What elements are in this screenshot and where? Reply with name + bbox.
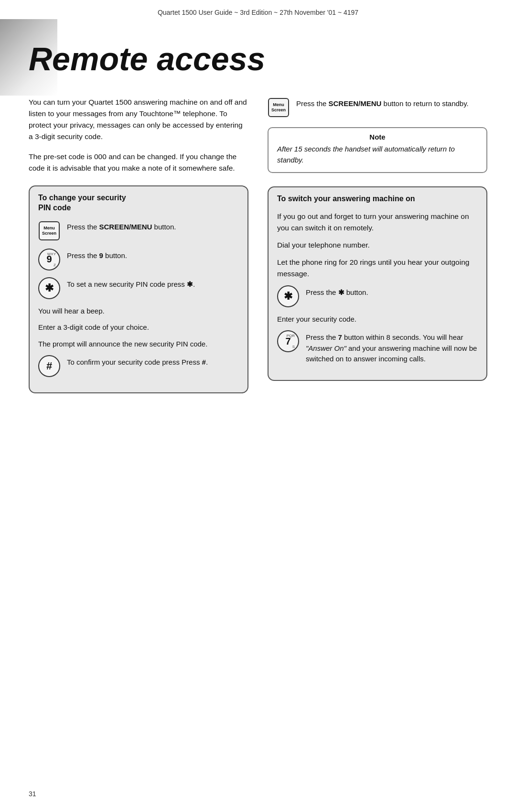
- screen-menu-button: Menu Screen: [39, 221, 60, 240]
- answering-machine-section: To switch your answering machine on If y…: [268, 186, 487, 381]
- right-step-1: ✱ Press the ✱ button.: [277, 285, 478, 307]
- left-step-7-text: To confirm your security code press Pres…: [67, 355, 208, 368]
- left-step-3: ✱ To set a new security PIN code press ✱…: [38, 277, 239, 299]
- screen-menu-icon-left: Menu Screen: [38, 220, 60, 242]
- left-step-5: Enter a 3-digit code of your choice.: [38, 322, 239, 333]
- right-screen-menu-text: Press the SCREEN/MENU button to return t…: [296, 97, 469, 109]
- left-step-1-text: Press the SCREEN/MENU button.: [67, 220, 176, 233]
- right-step-1-text: Press the ✱ button.: [306, 285, 368, 298]
- nine-button: WXY 9 Z: [38, 249, 60, 271]
- seven-button: PQR 7 S: [277, 330, 299, 352]
- seven-button-icon: PQR 7 S: [277, 330, 299, 352]
- screen-menu-button-right: Menu Screen: [268, 98, 289, 117]
- right-step-3: PQR 7 S Press the 7 button within 8 seco…: [277, 330, 478, 365]
- page-header: Quartet 1500 User Guide ~ 3rd Edition ~ …: [0, 0, 516, 21]
- intro-paragraph-1: You can turn your Quartet 1500 answering…: [29, 97, 248, 142]
- page-title: Remote access: [29, 40, 487, 77]
- page-number: 31: [29, 790, 36, 798]
- right-step-3-text: Press the 7 button within 8 seconds. You…: [306, 330, 478, 365]
- note-header: Note: [277, 133, 478, 141]
- security-pin-section: To change your security PIN code Menu Sc…: [29, 185, 248, 393]
- menu-label: Menu: [43, 226, 55, 231]
- screen-menu-icon-right: Menu Screen: [268, 97, 290, 119]
- main-content: You can turn your Quartet 1500 answering…: [29, 97, 487, 393]
- left-step-2-text: Press the 9 button.: [67, 249, 127, 261]
- left-step-1: Menu Screen Press the SCREEN/MENU button…: [38, 220, 239, 242]
- left-column: You can turn your Quartet 1500 answering…: [29, 97, 248, 393]
- right-para-3: Let the phone ring for 20 rings until yo…: [277, 257, 478, 280]
- right-para-1: If you go out and forget to turn your an…: [277, 211, 478, 234]
- right-star-icon: ✱: [277, 285, 299, 307]
- left-step-3-text: To set a new security PIN code press ✱.: [67, 277, 195, 290]
- nine-button-icon: WXY 9 Z: [38, 249, 60, 271]
- answering-machine-title: To switch your answering machine on: [277, 194, 478, 204]
- note-text: After 15 seconds the handset will automa…: [277, 144, 478, 165]
- star-button: ✱: [38, 277, 60, 299]
- left-step-2: WXY 9 Z Press the 9 button.: [38, 249, 239, 271]
- left-step-7: # To confirm your security code press Pr…: [38, 355, 239, 377]
- right-screen-menu-step: Menu Screen Press the SCREEN/MENU button…: [268, 97, 487, 119]
- hash-button-icon: #: [38, 355, 60, 377]
- hash-button: #: [38, 355, 60, 377]
- right-para-2: Dial your telephone number.: [277, 239, 478, 251]
- left-step-4: You will hear a beep.: [38, 306, 239, 317]
- right-step-2: Enter your security code.: [277, 314, 478, 325]
- intro-paragraph-2: The pre-set code is 000 and can be chang…: [29, 151, 248, 174]
- screen-label: Screen: [42, 231, 56, 236]
- security-pin-title: To change your security PIN code: [38, 193, 239, 213]
- header-text: Quartet 1500 User Guide ~ 3rd Edition ~ …: [158, 9, 358, 16]
- right-column: Menu Screen Press the SCREEN/MENU button…: [268, 97, 487, 393]
- note-box: Note After 15 seconds the handset will a…: [268, 127, 487, 173]
- star-button-icon: ✱: [38, 277, 60, 299]
- left-step-6: The prompt will announce the new securit…: [38, 339, 239, 350]
- right-star-button: ✱: [277, 285, 299, 307]
